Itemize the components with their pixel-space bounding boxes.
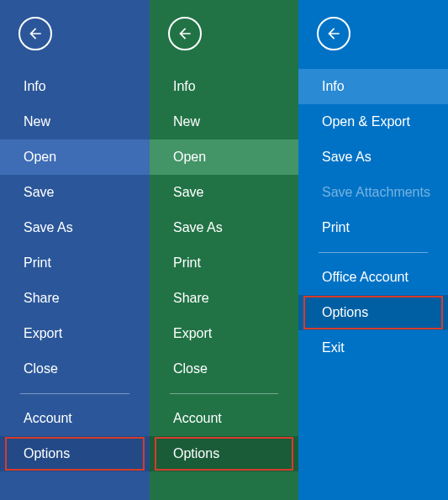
menu-item-export[interactable]: Export: [0, 316, 150, 351]
menu-item-open-export[interactable]: Open & Export: [298, 104, 448, 139]
menu-item-options[interactable]: Options: [150, 436, 298, 471]
menu-item-print[interactable]: Print: [298, 210, 448, 245]
menu-item-new[interactable]: New: [150, 104, 298, 139]
menu-item-new[interactable]: New: [0, 104, 150, 139]
menu-item-share[interactable]: Share: [0, 281, 150, 316]
menu-item-export[interactable]: Export: [150, 316, 298, 351]
menu-divider: [319, 252, 428, 253]
menu-item-print[interactable]: Print: [0, 245, 150, 281]
menu-item-exit[interactable]: Exit: [298, 330, 448, 366]
back-arrow-icon: [27, 25, 44, 42]
menu-divider: [20, 393, 129, 394]
menu-item-info[interactable]: Info: [150, 69, 298, 104]
file-menu-list: Info Open & Export Save As Save Attachme…: [298, 69, 448, 366]
menu-item-close[interactable]: Close: [150, 351, 298, 387]
menu-item-save-as[interactable]: Save As: [298, 139, 448, 175]
file-menu-panel-outlook: Info Open & Export Save As Save Attachme…: [298, 0, 448, 500]
menu-item-options[interactable]: Options: [298, 295, 448, 330]
menu-item-info[interactable]: Info: [0, 69, 150, 104]
menu-item-account[interactable]: Account: [0, 401, 150, 436]
menu-item-save-as[interactable]: Save As: [0, 210, 150, 245]
menu-item-account[interactable]: Account: [150, 401, 298, 436]
menu-item-options[interactable]: Options: [0, 436, 150, 471]
back-button[interactable]: [168, 17, 202, 50]
menu-item-share[interactable]: Share: [150, 281, 298, 316]
file-menu-panel-excel: Info New Open Save Save As Print Share E…: [150, 0, 298, 500]
menu-item-save-as[interactable]: Save As: [150, 210, 298, 245]
file-menu-list: Info New Open Save Save As Print Share E…: [150, 69, 298, 471]
menu-item-open[interactable]: Open: [150, 139, 298, 175]
file-menu-list: Info New Open Save Save As Print Share E…: [0, 69, 150, 471]
menu-item-office-account[interactable]: Office Account: [298, 260, 448, 295]
menu-item-print[interactable]: Print: [150, 245, 298, 281]
back-button[interactable]: [317, 17, 350, 50]
menu-item-close[interactable]: Close: [0, 351, 150, 387]
menu-item-save[interactable]: Save: [0, 175, 150, 210]
menu-item-open[interactable]: Open: [0, 139, 150, 175]
back-arrow-icon: [177, 25, 193, 42]
menu-item-info[interactable]: Info: [298, 69, 448, 104]
file-menu-panel-word: Info New Open Save Save As Print Share E…: [0, 0, 150, 500]
menu-item-save-attachments: Save Attachments: [298, 175, 448, 210]
back-arrow-icon: [325, 25, 342, 42]
menu-item-save[interactable]: Save: [150, 175, 298, 210]
menu-divider: [170, 393, 278, 394]
back-button[interactable]: [18, 17, 52, 50]
